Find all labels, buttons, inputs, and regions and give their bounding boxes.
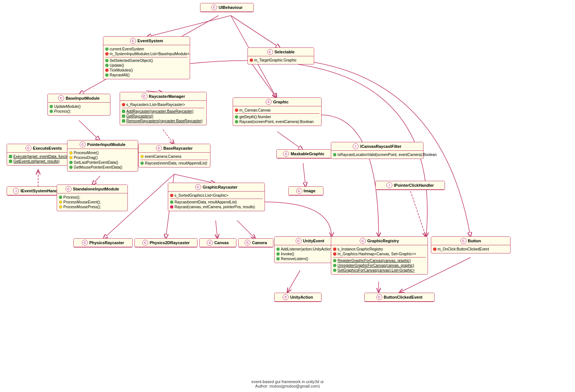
class-name: BaseRaycaster	[163, 146, 193, 150]
svg-line-19	[287, 270, 300, 293]
class-name: GraphicRaycaster	[203, 185, 237, 189]
class-graphic: C Graphic m_Canvas:Canvas getDepth():Num…	[233, 97, 322, 126]
class-standaloneinputmodule: C StandaloneInputModule Process(); Proce…	[57, 185, 128, 211]
class-name: Graphic	[273, 100, 289, 104]
class-name: ExecuteEvents	[33, 146, 62, 150]
footer: event-based gui framework in unity3d ui …	[0, 379, 575, 388]
svg-line-14	[303, 163, 306, 187]
svg-line-15	[216, 220, 217, 239]
class-baseraycaster: C BaseRaycaster eventCamera:Camera Rayca…	[138, 144, 210, 167]
class-physicsraycaster: C PhysicsRaycaster	[73, 238, 133, 248]
class-eventsystem: C EventSystem current:EventSystem m_Syst…	[103, 36, 190, 79]
svg-line-9	[92, 176, 100, 185]
class-buttonclickedevent: C ButtonClickedEvent	[364, 293, 435, 302]
svg-line-21	[409, 188, 426, 237]
svg-line-12	[174, 174, 216, 183]
class-name: EventSystem	[137, 39, 163, 43]
class-pointerinputmodule: C PointerInputModule ProcessMove() Proce…	[67, 140, 138, 172]
class-name: StandaloneInputModule	[73, 187, 119, 191]
svg-line-24	[163, 130, 174, 144]
class-name: PhysicsRaycaster	[89, 240, 124, 245]
class-canvas: C Canvas	[199, 238, 236, 248]
class-name: PointerInputModule	[87, 142, 125, 147]
class-name: Selectable	[275, 50, 295, 54]
class-maskablegraphic: C MaskableGraphic	[276, 149, 331, 159]
class-selectable: C Selectable m_TargetGraphic:Graphic	[247, 47, 314, 64]
class-name: RaycasterManager	[149, 94, 185, 99]
class-name: Camera	[252, 240, 267, 245]
class-button: C Button m_OnClick:ButtonClickedEvent	[431, 236, 511, 253]
class-icanvasraycastfilter: I ICanvasRaycastFilter IsRaycastLocation…	[331, 142, 423, 159]
class-name: Physics2DRaycaster	[150, 240, 190, 245]
class-ipointerclickhandler: I IPointerClickHandler	[375, 181, 445, 190]
svg-line-4	[231, 16, 280, 48]
class-name: Canvas	[214, 240, 229, 245]
class-name: Image	[304, 189, 316, 193]
svg-line-22	[248, 59, 277, 98]
class-unityaction: C UnityAction	[274, 293, 322, 302]
class-name: ICanvasRaycastFilter	[360, 144, 401, 149]
svg-line-3	[146, 16, 231, 37]
class-name: MaskableGraphic	[290, 152, 324, 156]
class-name: Button	[468, 239, 481, 243]
class-name: IEventSystemHandler	[20, 189, 62, 193]
svg-line-8	[79, 120, 100, 141]
class-camera: C Camera	[238, 238, 273, 248]
class-graphicraycaster: C GraphicRaycaster s_SortedGraphics:List…	[168, 183, 265, 211]
class-name: UIBehaviour	[219, 5, 243, 10]
class-physics2draycaster: C Physics2DRaycaster	[134, 238, 197, 248]
class-raycastermanager: C RaycasterManager s_Raycasters:List<Bas…	[120, 92, 207, 125]
class-graphicregistry: C GraphicRegistry s_Instance:GraphicRegi…	[331, 236, 428, 275]
svg-line-16	[237, 220, 256, 239]
class-baseinputmodule: C BaseInputModule UpdateModule() Process…	[47, 94, 110, 116]
class-name: BaseInputModule	[66, 96, 100, 100]
class-name: ButtonClickedEvent	[384, 295, 423, 299]
class-name: UnityAction	[290, 295, 313, 299]
svg-line-13	[277, 132, 303, 150]
class-name: IPointerClickHandler	[394, 183, 434, 187]
class-name: GraphicRegistry	[367, 239, 399, 243]
class-image: C Image	[288, 186, 323, 196]
diagram-container: C UIBehaviour C EventSystem current:Even…	[0, 0, 575, 378]
footer-author: Author: mutoo(gmutoo@gmail.com)	[0, 384, 575, 388]
footer-title: event-based gui framework in unity3d ui	[0, 379, 575, 384]
class-name: UnityEvent	[303, 239, 324, 243]
class-uibehaviour: C UIBehaviour	[200, 3, 254, 12]
